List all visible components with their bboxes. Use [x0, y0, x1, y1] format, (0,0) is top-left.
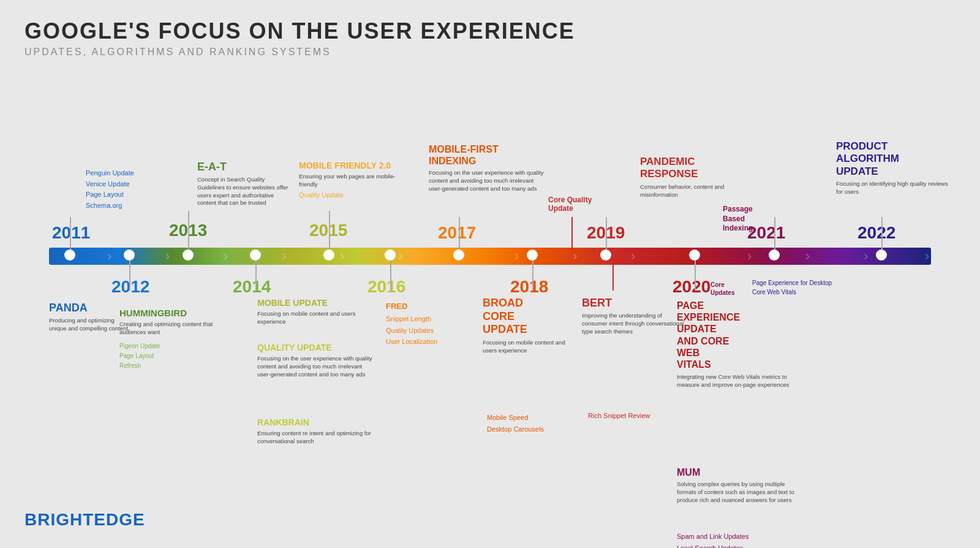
- block-mobile-update: MOBILE UPDATE Focusing on mobile content…: [257, 298, 377, 326]
- user-localization: User Localization: [386, 336, 475, 348]
- year-2011: 2011: [52, 223, 90, 243]
- year-2018: 2018: [510, 277, 548, 297]
- vline-2016: [390, 260, 391, 291]
- timeline-dot-2014: [250, 249, 261, 261]
- year-2012: 2012: [111, 277, 149, 297]
- block-rich-snippet: Rich Snippet Review: [588, 412, 677, 419]
- mum-title: MUM: [677, 467, 799, 478]
- year-2020: 2020: [673, 277, 710, 297]
- block-mobile-first: MOBILE-FIRSTINDEXING Focusing on the use…: [429, 143, 545, 193]
- rankbrain-desc: Ensuring content re intent and optimizin…: [257, 430, 377, 446]
- brightedge-logo: BRIGHTEDGE: [24, 510, 145, 530]
- timeline-dot-2017: [453, 249, 464, 261]
- quality-update-desc: Focusing on the user experience with qua…: [257, 355, 377, 378]
- block-mobile-speed: Mobile Speed Desktop Carousels: [487, 412, 579, 435]
- vline-2020: [695, 260, 696, 291]
- schema-org: Schema.org: [86, 200, 134, 211]
- vline-2018: [532, 260, 533, 291]
- timeline-dot-2018: [527, 249, 538, 261]
- vline-2011: [70, 217, 71, 251]
- eat-desc: Concept in Search Quality Guidelines to …: [197, 176, 292, 207]
- vline-2015: [329, 211, 330, 249]
- pandemic-desc: Consumer behavior, content and misinform…: [640, 183, 747, 199]
- page-exp-desktop-label: Page Experience for Desktop: [752, 278, 844, 287]
- mobile-speed-items: Mobile Speed Desktop Carousels: [487, 412, 579, 435]
- spam-link-label: Spam and Link Updates: [677, 531, 799, 542]
- penguin-update: Penguin Update: [86, 168, 134, 179]
- vline-2022: [881, 217, 883, 249]
- refresh-label: Refresh: [119, 361, 227, 371]
- page-exp-title: PAGEEXPERIENCEUPDATEAND COREWEBVITALS: [677, 300, 790, 370]
- vline-2019: [606, 217, 607, 249]
- page-layout-refresh: Page Layout: [119, 351, 227, 361]
- block-mum: MUM Solving complex queries by using mul…: [677, 467, 799, 504]
- timeline-dot-2016: [385, 249, 396, 261]
- mobile-update-desc: Focusing on mobile content and users exp…: [257, 310, 377, 326]
- local-search-updates: Local Search Updates: [677, 542, 799, 548]
- block-page-experience: PAGEEXPERIENCEUPDATEAND COREWEBVITALS In…: [677, 300, 790, 389]
- year-2014: 2014: [233, 277, 271, 297]
- fred-sub: Snippet Length Quality Updates User Loca…: [386, 313, 475, 348]
- timeline-dot-2015: [323, 249, 334, 261]
- timeline-dot-2022: [876, 249, 887, 261]
- hummingbird-desc: Creating and optimizing content that aud…: [119, 321, 227, 337]
- timeline-dot-2012: [124, 249, 135, 261]
- timeline-dot-2019: [600, 249, 611, 261]
- mfi-desc: Focusing on the user experience with qua…: [429, 169, 545, 192]
- desktop-carousels: Desktop Carousels: [487, 424, 579, 435]
- vline-2012: [129, 260, 130, 291]
- core-web-vitals-label: Core Web Vitals: [752, 289, 844, 295]
- bert-title: BERT: [582, 297, 689, 310]
- block-pandemic: PANDEMICRESPONSE Consumer behavior, cont…: [640, 156, 747, 199]
- block-rankbrain: RANKBRAIN Ensuring content re intent and…: [257, 417, 377, 446]
- block-hummingbird: HUMMINGBIRD Creating and optimizing cont…: [119, 308, 227, 371]
- page-layout: Page Layout: [86, 189, 134, 200]
- timeline-area: › › › › › › › › › › › › › › ›: [24, 70, 956, 511]
- block-product-algo: PRODUCTALGORITHMUPDATE Focusing on ident…: [836, 140, 956, 196]
- vline-core-quality: [571, 217, 573, 249]
- timeline-dot-2013: [183, 249, 194, 261]
- timeline-dot-2011: [64, 249, 75, 261]
- mobile-speed-label: Mobile Speed: [487, 412, 579, 424]
- block-eat: E-A-T Concept in Search Quality Guidelin…: [197, 161, 292, 207]
- rich-snippet-label: Rich Snippet Review: [588, 412, 677, 419]
- quality-updates: Quality Updates: [386, 325, 475, 337]
- penguin-items: Penguin Update Venice Update Page Layout…: [86, 168, 134, 211]
- sub-title: UPDATES, ALGORITHMS AND RANKING SYSTEMS: [24, 47, 956, 58]
- year-2022: 2022: [858, 223, 895, 243]
- snippet-length: Snippet Length: [386, 313, 475, 325]
- product-algo-title: PRODUCTALGORITHMUPDATE: [836, 140, 956, 178]
- main-title: GOOGLE'S FOCUS ON THE USER EXPERIENCE: [24, 18, 956, 44]
- broad-core-desc: Focusing on mobile content and users exp…: [483, 339, 571, 355]
- bert-desc: Improving the understanding of consumer …: [582, 312, 689, 335]
- hummingbird-sub: Pigeon Update Page Layout Refresh: [119, 341, 227, 371]
- vline-2017: [459, 217, 460, 249]
- block-penguin: Penguin Update Venice Update Page Layout…: [86, 168, 134, 211]
- mobile-update-title: MOBILE UPDATE: [257, 298, 377, 308]
- block-passage: PassageBasedIndexing: [723, 205, 790, 234]
- passage-title: PassageBasedIndexing: [723, 205, 790, 234]
- broad-core-title: BROADCOREUPDATE: [483, 297, 571, 337]
- mum-desc: Solving complex queries by using multipl…: [677, 481, 799, 504]
- eat-title: E-A-T: [197, 161, 292, 173]
- page-exp-desc: Integrating new Core Web Vitals metrics …: [677, 373, 790, 389]
- vline-2021: [774, 217, 775, 249]
- timeline-dot-2021: [769, 249, 780, 261]
- block-bert: BERT Improving the understanding of cons…: [582, 297, 689, 335]
- timeline-bar: › › › › › › › › › › › › › › ›: [49, 248, 931, 265]
- product-algo-desc: Focusing on identifying high quality rev…: [836, 180, 956, 196]
- vline-2013: [188, 211, 189, 249]
- year-2016: 2016: [368, 277, 405, 297]
- mfi-title: MOBILE-FIRSTINDEXING: [429, 143, 545, 167]
- vline-2014: [255, 260, 257, 291]
- mf2-title: MOBILE FRIENDLY 2.0: [299, 161, 409, 170]
- block-page-exp-desktop: Page Experience for Desktop Core Web Vit…: [752, 278, 844, 295]
- quality-update-label: Quality Update: [299, 191, 409, 199]
- year-2017: 2017: [438, 223, 476, 243]
- page-container: GOOGLE'S FOCUS ON THE USER EXPERIENCE UP…: [0, 0, 980, 548]
- cqu-title: Core QualityUpdate: [548, 196, 622, 213]
- mf2-desc: Ensuring your web pages are mobile-frien…: [299, 173, 409, 189]
- quality-update-title: QUALITY UPDATE: [257, 343, 377, 352]
- timeline-arrows: › › › › › › › › › › › › › › ›: [49, 248, 931, 265]
- block-broad-core: BROADCOREUPDATE Focusing on mobile conte…: [483, 297, 571, 354]
